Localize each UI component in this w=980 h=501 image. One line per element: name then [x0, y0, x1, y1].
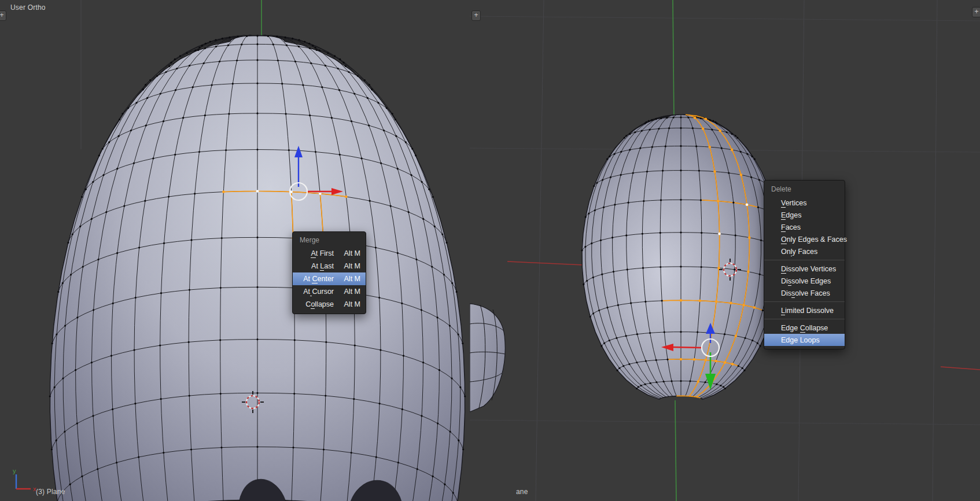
delete-menu-title: Delete: [764, 182, 845, 197]
shortcut-label: Alt M: [340, 262, 360, 270]
blender-window: x y: [0, 0, 980, 501]
shortcut-label: Alt M: [340, 300, 360, 308]
menu-item-collapse[interactable]: Collapse Alt M: [293, 298, 366, 311]
x-axis-line: [941, 367, 980, 370]
head-mesh-large: [49, 35, 466, 501]
menu-item-only-edges-faces[interactable]: Only Edges & Faces: [764, 233, 845, 245]
delete-menu: Delete Vertices Edges Faces Only Edges &…: [764, 180, 845, 349]
x-axis-line: [507, 261, 583, 265]
menu-item-vertices[interactable]: Vertices: [764, 197, 845, 209]
merge-menu: Merge At First Alt M At Last Alt M At Ce…: [292, 231, 366, 314]
menu-item-edge-loops[interactable]: Edge Loops: [764, 334, 845, 346]
expand-region-plus-icon[interactable]: +: [972, 7, 980, 17]
menu-separator: [764, 301, 845, 302]
right-viewport-canvas[interactable]: [470, 0, 980, 501]
menu-item-dissolve-vertices[interactable]: Dissolve Vertices: [764, 263, 845, 275]
shortcut-label: Alt M: [340, 288, 360, 296]
menu-item-only-faces[interactable]: Only Faces: [764, 245, 845, 257]
menu-item-edges[interactable]: Edges: [764, 209, 845, 221]
menu-item-edge-collapse[interactable]: Edge Collapse: [764, 322, 845, 334]
merge-menu-title: Merge: [293, 233, 366, 247]
menu-item-dissolve-edges[interactable]: Dissolve Edges: [764, 275, 845, 287]
shortcut-label: Alt M: [340, 249, 360, 257]
object-info-label: (3) Plane: [36, 488, 65, 496]
menu-item-at-cursor[interactable]: At Cursor Alt M: [293, 285, 366, 298]
object-info-label-partial: ane: [516, 488, 528, 496]
expand-region-plus-icon[interactable]: +: [0, 10, 6, 21]
mesh-fragment-left-edge: [470, 304, 505, 412]
head-mesh-small: [581, 115, 781, 399]
menu-item-faces[interactable]: Faces: [764, 221, 845, 233]
menu-item-dissolve-faces[interactable]: Dissolve Faces: [764, 287, 845, 299]
menu-item-at-last[interactable]: At Last Alt M: [293, 260, 366, 272]
view-mode-label: User Ortho: [10, 3, 46, 12]
left-viewport-canvas[interactable]: x y: [0, 0, 470, 501]
axis-gizmo: x y: [13, 467, 36, 492]
menu-item-at-center[interactable]: At Center Alt M: [293, 272, 366, 285]
expand-region-plus-icon[interactable]: +: [471, 10, 481, 21]
menu-separator: [764, 319, 845, 319]
shortcut-label: Alt M: [340, 275, 360, 283]
y-axis-line: [675, 400, 676, 501]
menu-separator: [764, 260, 845, 260]
gizmo-y-label: y: [13, 467, 16, 474]
menu-item-limited-dissolve[interactable]: Limited Dissolve: [764, 304, 845, 316]
menu-item-at-first[interactable]: At First Alt M: [293, 247, 366, 260]
